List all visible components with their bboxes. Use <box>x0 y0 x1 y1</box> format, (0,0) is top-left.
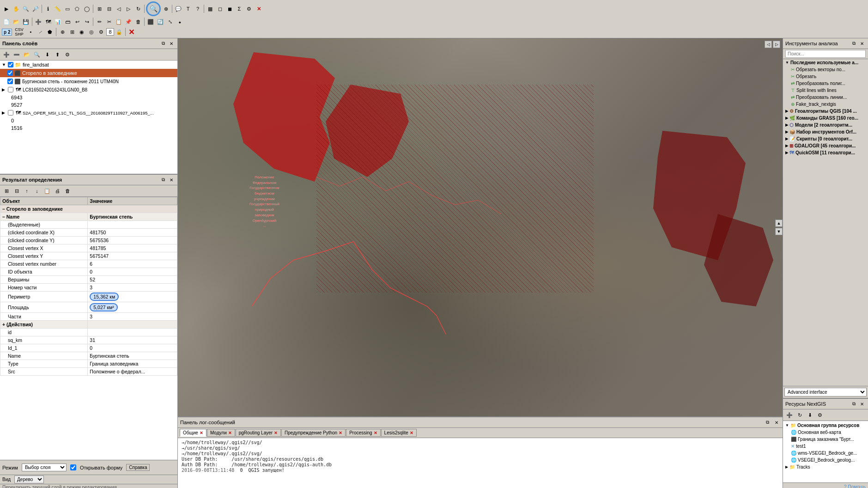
results-clear-btn[interactable]: 🗑 <box>63 186 72 195</box>
tb-point-btn[interactable]: • <box>26 27 35 37</box>
tree-group-toolkit[interactable]: ▶ 📦 Набор инструментов Orf... <box>783 128 868 135</box>
tb-new-layer-btn[interactable]: ➕ <box>34 17 43 26</box>
tb-identify-btn[interactable]: ℹ <box>43 4 53 13</box>
log-tab-processing[interactable]: Processing ✕ <box>346 429 380 437</box>
tb-trace-btn[interactable]: ◎ <box>87 27 96 37</box>
log-tab-general-close[interactable]: ✕ <box>200 431 203 435</box>
tree-group-scripts[interactable]: ▶ 📝 Скрипты [0 гeoалгорит... <box>783 135 868 142</box>
map-nav-btn[interactable]: ◁ <box>765 41 772 48</box>
tb-zoom-out-btn[interactable]: 🔎 <box>31 4 40 13</box>
log-close-btn[interactable]: ✕ <box>773 419 780 426</box>
tb-refresh-btn[interactable]: ↻ <box>134 4 143 13</box>
tb-select-rect-btn[interactable]: ▭ <box>63 4 72 13</box>
log-tab-lesis[interactable]: Lesis2sqlite ✕ <box>381 429 417 437</box>
interface-select[interactable]: Advanced interface Basic interface <box>784 388 867 396</box>
tb-save-btn[interactable]: 💾 <box>21 17 30 26</box>
nextgis-item-wms1[interactable]: 🌐 wms-VSEGEI_Bedrock_ge... <box>789 450 868 457</box>
tb-line-btn[interactable]: ⟋ <box>36 27 45 37</box>
layer-item-1516[interactable]: 1516 <box>0 124 177 132</box>
tb-snap-btn[interactable]: ⊕ <box>58 27 67 37</box>
results-up-btn[interactable]: ↑ <box>22 186 31 195</box>
tb-deselect-btn[interactable]: ◼ <box>225 4 234 13</box>
collapse-all-btn[interactable]: ⬆ <box>53 50 62 59</box>
nextgis-float-btn[interactable]: ⧉ <box>850 400 857 408</box>
nextgis-help-link[interactable]: ? Помощь <box>844 484 866 488</box>
tb-rotate-btn[interactable]: 🔄 <box>156 17 165 26</box>
tb-zoom-next-btn[interactable]: ▷ <box>124 4 133 13</box>
tb-map-tip-btn[interactable]: 💬 <box>174 4 183 13</box>
tb-zoom-full-btn[interactable]: ⊞ <box>95 4 104 13</box>
tb-delete-btn[interactable]: 🗑 <box>134 17 143 26</box>
log-tab-modules-close[interactable]: ✕ <box>228 431 232 435</box>
tb-polygon-btn[interactable]: ⬟ <box>45 27 55 37</box>
search-input[interactable] <box>785 50 866 58</box>
tb-zoom-prev-btn[interactable]: ◁ <box>114 4 123 13</box>
layer-item-6943[interactable]: 6943 <box>0 94 177 101</box>
results-section-expand[interactable]: – <box>2 206 5 212</box>
layer-expand-lc8[interactable]: ▶ <box>2 87 6 92</box>
add-layer-btn[interactable]: ➕ <box>2 50 11 59</box>
log-tab-general[interactable]: Общие ✕ <box>180 429 206 437</box>
tb-scale-btn[interactable]: ⤡ <box>165 17 175 26</box>
layer-item-sgorelo[interactable]: ⬛ Сгорело в заповеднике <box>0 69 177 77</box>
layers-close-btn[interactable]: ✕ <box>168 40 175 47</box>
layer-item-burtinskaya[interactable]: ⬛ Буртинская степь - положение 2011 UTM4… <box>0 77 177 85</box>
magnifier-tool[interactable]: 🔍 <box>146 1 161 16</box>
layer-expand-fire-landsat[interactable]: ▼ <box>2 62 6 67</box>
analysis-close-btn[interactable]: ✕ <box>858 40 866 47</box>
results-close-btn[interactable]: ✕ <box>168 176 175 183</box>
layers-settings-btn[interactable]: ⚙ <box>63 50 72 59</box>
tree-group-qgis[interactable]: ▶ ⚙ Геоалгоритмы QGIS [104 ... <box>783 108 868 115</box>
open-form-checkbox[interactable] <box>70 464 76 470</box>
nextgis-download-btn[interactable]: ⬇ <box>805 410 814 420</box>
tb-topology-btn[interactable]: ⊞ <box>67 27 77 37</box>
nextgis-item-wms2[interactable]: 🌐 VSEGEI_Bedrock_geolog... <box>789 457 868 464</box>
tb-add-db-btn[interactable]: 🗃 <box>63 17 72 26</box>
nextgis-item-test1[interactable]: ✕ test1 <box>789 443 868 450</box>
layer-item-fire-landsat[interactable]: ▼ 📁 fire_landsat <box>0 61 177 69</box>
tb-add-vector-btn[interactable]: 📊 <box>53 17 62 26</box>
layer-expand-s2a[interactable]: ▶ <box>2 110 6 115</box>
log-float-btn[interactable]: ⧉ <box>764 419 771 426</box>
nextgis-item-tracks[interactable]: ▶ 📁 Tracks <box>783 464 868 470</box>
layer-item-0[interactable]: 0 <box>0 117 177 124</box>
tree-group-quickosm[interactable]: ▶ 🗺 QuickOSM [11 гeoалгори... <box>783 149 868 156</box>
tb-undo-btn[interactable]: ↩ <box>73 17 82 26</box>
tb-pan-btn[interactable]: ✋ <box>12 4 21 13</box>
layer-check-s2a[interactable] <box>8 110 13 116</box>
log-tab-lesis-close[interactable]: ✕ <box>410 431 413 435</box>
map-scroll-down-btn[interactable]: ▼ <box>775 228 783 235</box>
tb-grid-btn[interactable]: ▦ <box>206 4 215 13</box>
results-expand-btn[interactable]: ⊞ <box>2 186 11 195</box>
tb-zoom-factor-btn[interactable]: ⊕ <box>161 4 170 13</box>
tb-edit-btn[interactable]: ✏ <box>95 17 104 26</box>
tb-csv-btn[interactable]: CSVSHP <box>12 27 25 37</box>
log-tab-python[interactable]: Предупреждение Python ✕ <box>281 429 346 437</box>
log-tab-modules[interactable]: Модули ✕ <box>207 429 235 437</box>
log-tab-python-close[interactable]: ✕ <box>339 431 342 435</box>
tb-cut-btn[interactable]: ✂ <box>104 17 114 26</box>
nextgis-refresh-btn[interactable]: ↻ <box>795 410 804 420</box>
nextgis-close-btn[interactable]: ✕ <box>858 400 866 408</box>
results-collapse-btn[interactable]: ⊟ <box>12 186 21 195</box>
tb-digitize-btn[interactable]: ◉ <box>77 27 86 37</box>
tb-plugins-btn[interactable]: ⚙ <box>244 4 254 13</box>
tb-stats-btn[interactable]: Σ <box>235 4 244 13</box>
tb-select-all-btn[interactable]: ◻ <box>215 4 225 13</box>
tree-group-gdal[interactable]: ▶ ⊞ GDAL/OGR [45 гeoалгори... <box>783 142 868 149</box>
tb-select-btn[interactable]: ▶ <box>2 4 11 13</box>
nextgis-add-btn[interactable]: ➕ <box>785 410 794 420</box>
log-tab-pgrouting-close[interactable]: ✕ <box>274 431 278 435</box>
tree-group-models[interactable]: ▶ ⬡ Модели [2 гeoалгоритм... <box>783 122 868 128</box>
filter-layer-btn[interactable]: 🔍 <box>32 50 42 59</box>
layer-item-s2a[interactable]: ▶ 🗺 S2A_OPER_MSI_L1C_TL_SGS__20160829T11… <box>0 109 177 117</box>
tb-copy-btn[interactable]: 📋 <box>114 17 123 26</box>
view-select[interactable]: Дерево Таблица <box>14 476 44 483</box>
log-tab-processing-close[interactable]: ✕ <box>374 431 377 435</box>
tb-open-btn[interactable]: 📂 <box>12 17 21 26</box>
tb-select-poly-btn[interactable]: ⬠ <box>73 4 82 13</box>
layer-check-lc8[interactable] <box>8 87 13 92</box>
layer-check-sgorelo[interactable] <box>7 70 13 76</box>
layer-item-9527[interactable]: 9527 <box>0 101 177 109</box>
map-nav-btn-2[interactable]: ▷ <box>773 41 780 48</box>
